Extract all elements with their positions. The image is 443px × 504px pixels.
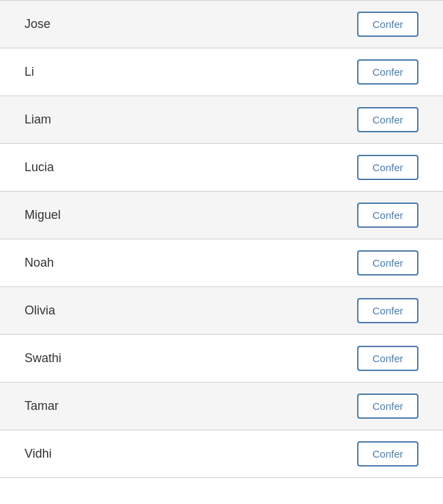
person-name: Swathi	[25, 351, 61, 366]
list-row: MiguelConfer	[0, 192, 443, 239]
list-row: VidhiConfer	[0, 430, 443, 478]
confer-button[interactable]: Confer	[357, 441, 418, 466]
list-row: LuciaConfer	[0, 144, 443, 192]
list-row: TamarConfer	[0, 383, 443, 430]
person-name: Li	[25, 65, 34, 79]
confer-button[interactable]: Confer	[357, 298, 418, 323]
list-row: NoahConfer	[0, 239, 443, 287]
person-name: Tamar	[25, 399, 59, 413]
person-name: Jose	[25, 17, 50, 31]
confer-button[interactable]: Confer	[357, 59, 418, 85]
list-row: LiamConfer	[0, 96, 443, 144]
person-name: Lucia	[25, 160, 54, 175]
confer-button[interactable]: Confer	[357, 155, 418, 180]
confer-button[interactable]: Confer	[357, 250, 418, 276]
list-row: OliviaConfer	[0, 287, 443, 335]
person-list: JoseConferLiConferLiamConferLuciaConferM…	[0, 0, 443, 478]
list-row: LiConfer	[0, 48, 443, 96]
person-name: Olivia	[25, 303, 55, 318]
confer-button[interactable]: Confer	[357, 107, 418, 132]
person-name: Vidhi	[25, 447, 52, 461]
person-name: Noah	[25, 256, 54, 270]
confer-button[interactable]: Confer	[357, 12, 418, 37]
confer-button[interactable]: Confer	[357, 394, 418, 419]
person-name: Liam	[25, 113, 51, 127]
confer-button[interactable]: Confer	[357, 203, 418, 228]
list-row: SwathiConfer	[0, 335, 443, 383]
person-name: Miguel	[25, 208, 61, 222]
list-row: JoseConfer	[0, 1, 443, 48]
confer-button[interactable]: Confer	[357, 346, 418, 371]
